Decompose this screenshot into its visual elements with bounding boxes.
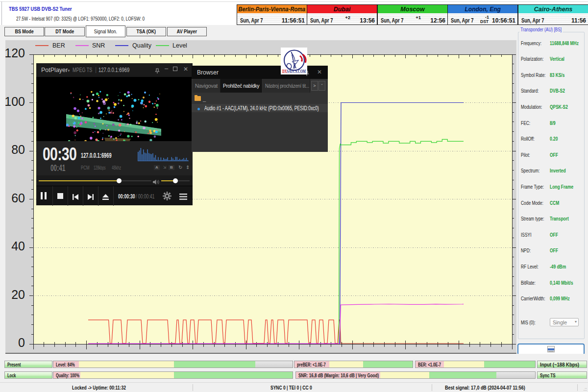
svg-text:80: 80 [11, 143, 25, 156]
svg-text:0: 0 [18, 336, 25, 349]
svg-text:120: 120 [5, 46, 25, 60]
svg-text:20: 20 [11, 288, 25, 301]
svg-text:60: 60 [11, 191, 25, 205]
svg-text:DXSATCS.COM: DXSATCS.COM [282, 69, 306, 74]
svg-text:40: 40 [11, 239, 25, 253]
svg-text:100: 100 [5, 95, 25, 108]
